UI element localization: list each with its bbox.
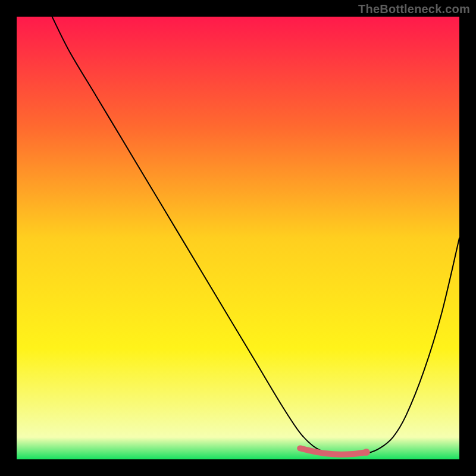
optimal-highlight	[300, 448, 367, 454]
chart-root: TheBottleneck.com	[0, 0, 476, 476]
plot-area	[17, 17, 459, 459]
optimal-end-dot	[363, 449, 370, 456]
watermark-text: TheBottleneck.com	[358, 2, 470, 16]
bottleneck-curve	[52, 17, 459, 455]
chart-overlay	[17, 17, 459, 459]
